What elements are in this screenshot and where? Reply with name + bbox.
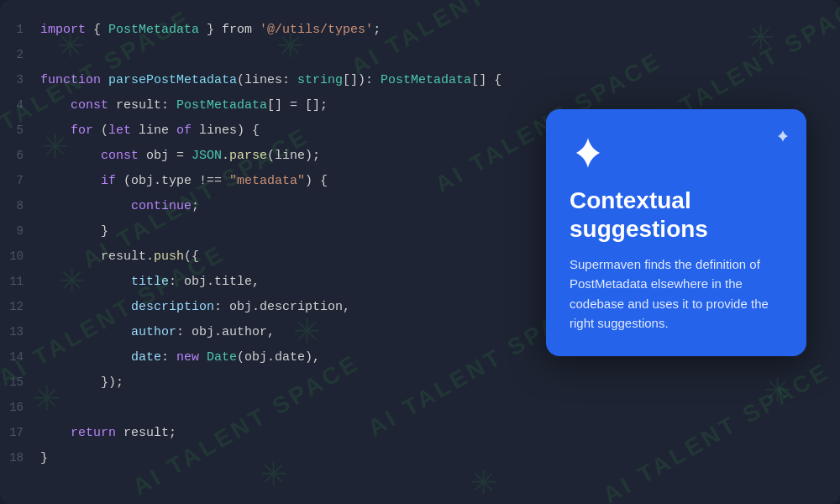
main-container: AI TALENT SPACE AI TALENT SPACE AI TALEN… [0, 0, 840, 504]
line-number: 8 [0, 193, 40, 218]
code-line-17: 17 return result; [0, 420, 840, 445]
line-number: 6 [0, 143, 40, 168]
line-number: 2 [0, 42, 40, 67]
line-number: 10 [0, 244, 40, 269]
card-icon-area [570, 134, 783, 171]
code-content: function parsePostMetadata(lines: string… [40, 68, 840, 93]
code-content [40, 43, 840, 68]
card-title: Contextualsuggestions [570, 186, 783, 243]
line-number: 5 [0, 118, 40, 143]
line-number: 14 [0, 344, 40, 370]
suggestion-card: Contextualsuggestions Supermaven finds t… [546, 109, 806, 356]
code-line-3: 3 function parsePostMetadata(lines: stri… [0, 67, 840, 92]
code-line-15: 15 }); [0, 370, 840, 395]
code-line-2: 2 [0, 42, 840, 67]
line-number: 3 [0, 67, 40, 92]
line-number: 9 [0, 218, 40, 244]
line-number: 7 [0, 168, 40, 193]
code-content [40, 396, 840, 421]
line-number: 1 [0, 17, 40, 42]
code-content: import { PostMetadata } from '@/utils/ty… [40, 18, 840, 43]
line-number: 15 [0, 370, 40, 395]
code-line-18: 18 } [0, 445, 840, 470]
line-number: 4 [0, 92, 40, 118]
code-content: }); [40, 370, 840, 396]
code-line-16: 16 [0, 395, 840, 420]
card-description: Supermaven finds the definition of PostM… [570, 255, 783, 333]
code-content: return result; [40, 421, 840, 446]
line-number: 11 [0, 269, 40, 294]
line-number: 12 [0, 294, 40, 319]
sparkle-small-icon [776, 129, 790, 143]
code-line-1: 1 import { PostMetadata } from '@/utils/… [0, 17, 840, 42]
code-content: } [40, 446, 840, 471]
sparkle-icon [570, 134, 606, 171]
line-number: 17 [0, 420, 40, 445]
line-number: 13 [0, 319, 40, 344]
line-number: 16 [0, 395, 40, 420]
line-number: 18 [0, 445, 40, 470]
